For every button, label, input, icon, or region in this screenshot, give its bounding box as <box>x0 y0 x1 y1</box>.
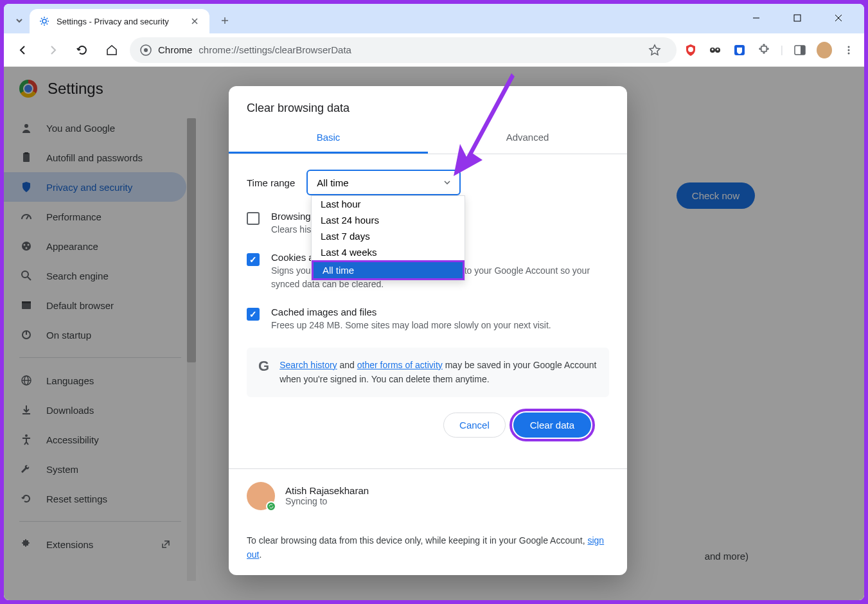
tab-advanced[interactable]: Advanced <box>428 123 627 154</box>
svg-point-4 <box>688 47 693 52</box>
time-range-dropdown: Last hourLast 24 hoursLast 7 daysLast 4 … <box>311 195 465 281</box>
extension-eyes-icon[interactable] <box>707 42 723 58</box>
forward-button[interactable] <box>41 39 64 62</box>
account-avatar <box>247 482 275 510</box>
dropdown-caret-icon <box>444 181 450 184</box>
dialog-title: Clear browsing data <box>247 102 609 115</box>
svg-rect-1 <box>794 15 801 21</box>
browser-tab[interactable]: Settings - Privacy and security <box>30 9 209 33</box>
other-activity-link[interactable]: other forms of activity <box>357 360 443 370</box>
new-tab-button[interactable] <box>215 10 235 31</box>
clear-option-row: Cached images and filesFrees up 248 MB. … <box>247 306 609 332</box>
dropdown-option[interactable]: Last hour <box>312 196 465 212</box>
svg-point-8 <box>716 48 718 50</box>
bookmark-star-icon[interactable] <box>648 44 661 57</box>
svg-rect-11 <box>801 46 805 55</box>
chrome-icon <box>140 44 152 56</box>
cancel-button[interactable]: Cancel <box>443 413 506 438</box>
omnibox[interactable]: Chrome chrome://settings/clearBrowserDat… <box>130 37 677 63</box>
checkbox[interactable] <box>247 253 260 266</box>
dropdown-option[interactable]: Last 7 days <box>312 228 465 244</box>
titlebar: Settings - Privacy and security <box>4 4 864 33</box>
profile-avatar-icon[interactable] <box>817 42 832 58</box>
dropdown-option[interactable]: Last 24 hours <box>312 212 465 228</box>
side-panel-icon[interactable] <box>792 42 808 58</box>
svg-point-3 <box>144 48 148 52</box>
checkbox[interactable] <box>247 212 260 225</box>
time-range-select[interactable]: All time <box>306 170 461 195</box>
account-name: Atish Rajasekharan <box>285 485 369 496</box>
svg-point-13 <box>848 49 850 51</box>
checkbox-desc: Frees up 248 MB. Some sites may load mor… <box>271 319 609 332</box>
time-range-label: Time range <box>247 177 295 188</box>
time-range-value: All time <box>317 177 348 188</box>
search-history-link[interactable]: Search history <box>279 360 337 370</box>
checkbox-title: Cached images and files <box>271 306 609 317</box>
reload-button[interactable] <box>71 39 94 62</box>
svg-point-12 <box>848 46 850 48</box>
omnibox-source: Chrome <box>158 44 192 55</box>
browser-toolbar: Chrome chrome://settings/clearBrowserDat… <box>4 33 864 67</box>
google-g-icon: G <box>258 358 269 387</box>
tab-basic[interactable]: Basic <box>229 123 428 154</box>
close-window-button[interactable] <box>826 8 851 28</box>
clear-data-button[interactable]: Clear data <box>513 413 591 438</box>
menu-dots-icon[interactable] <box>841 42 856 58</box>
tab-title: Settings - Privacy and security <box>57 17 182 26</box>
extension-shield-icon[interactable] <box>683 42 698 58</box>
omnibox-url: chrome://settings/clearBrowserData <box>199 44 641 55</box>
clear-browsing-data-dialog: Clear browsing data Basic Advanced Time … <box>229 86 627 575</box>
close-tab-icon[interactable] <box>189 15 200 27</box>
back-button[interactable] <box>12 39 35 62</box>
dropdown-option[interactable]: All time <box>312 260 465 280</box>
minimize-button[interactable] <box>743 8 769 28</box>
extensions-puzzle-icon[interactable] <box>756 42 772 58</box>
settings-gear-icon <box>39 15 50 27</box>
sync-badge-icon <box>266 501 276 511</box>
info-box: G Search history and other forms of acti… <box>247 348 609 397</box>
tab-search-dropdown[interactable] <box>9 10 30 31</box>
dropdown-option[interactable]: Last 4 weeks <box>312 244 465 260</box>
svg-point-14 <box>848 52 850 54</box>
maximize-button[interactable] <box>784 8 810 28</box>
home-button[interactable] <box>100 39 123 62</box>
checkbox[interactable] <box>247 308 260 321</box>
footer-text: To clear browsing data from this device … <box>247 535 587 546</box>
svg-point-0 <box>42 19 46 23</box>
account-sync-status: Syncing to <box>285 496 369 506</box>
extension-bitwarden-icon[interactable] <box>732 42 747 58</box>
svg-point-7 <box>711 48 713 50</box>
